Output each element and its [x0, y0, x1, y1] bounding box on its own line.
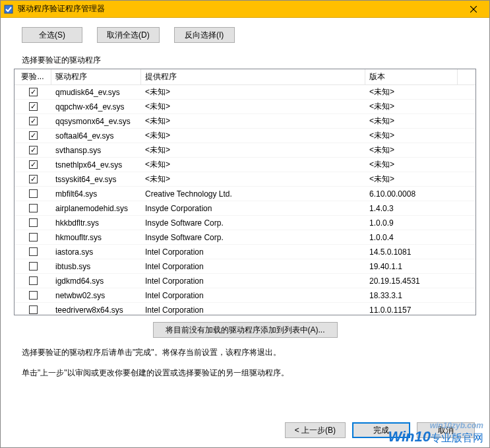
window-title: 驱动程序验证程序管理器 — [18, 3, 460, 15]
content-area: 全选(S) 取消全选(D) 反向选择(I) 选择要验证的驱动程序 要验... 驱… — [1, 18, 489, 447]
select-all-button[interactable]: 全选(S) — [22, 27, 82, 43]
selection-button-row: 全选(S) 取消全选(D) 反向选择(I) — [22, 27, 476, 43]
verify-checkbox[interactable] — [29, 276, 38, 285]
cell-verify — [15, 216, 51, 230]
cell-provider: Insyde Software Corp. — [141, 216, 365, 230]
table-row[interactable]: qqsysmonx64_ev.sys<未知><未知> — [15, 114, 475, 129]
hint-text-1: 选择要验证的驱动程序后请单击"完成"。将保存当前设置，该程序将退出。 — [22, 347, 476, 358]
cell-version: 18.33.3.1 — [365, 288, 458, 302]
verify-checkbox[interactable] — [29, 117, 38, 125]
finish-button[interactable]: 完成 — [352, 422, 410, 438]
verify-checkbox[interactable] — [29, 146, 38, 154]
verify-checkbox[interactable] — [29, 204, 38, 212]
cell-verify — [15, 245, 51, 259]
verify-checkbox[interactable] — [29, 233, 38, 241]
verify-checkbox[interactable] — [29, 262, 38, 271]
cell-provider: <未知> — [141, 129, 365, 143]
invert-selection-button[interactable]: 反向选择(I) — [174, 27, 235, 43]
cell-driver: softaal64_ev.sys — [51, 129, 141, 143]
list-header: 要验... 驱动程序 提供程序 版本 — [15, 69, 475, 85]
cell-provider: Intel Corporation — [141, 245, 365, 259]
cell-version: 1.0.0.9 — [365, 216, 458, 230]
cell-provider: Intel Corporation — [141, 274, 365, 288]
table-row[interactable]: mbfilt64.sysCreative Technology Ltd.6.10… — [15, 187, 475, 201]
verify-checkbox[interactable] — [29, 189, 38, 198]
table-row[interactable]: ibtusb.sysIntel Corporation19.40.1.1 — [15, 259, 475, 274]
verify-checkbox[interactable] — [29, 305, 38, 314]
cell-version: 1.0.0.4 — [365, 230, 458, 244]
table-row[interactable]: airplanemodehid.sysInsyde Corporation1.4… — [15, 201, 475, 216]
cell-provider: Insyde Software Corp. — [141, 230, 365, 244]
titlebar: 驱动程序验证程序管理器 — [1, 1, 489, 18]
cell-driver: hkmoufltr.sys — [51, 230, 141, 244]
table-row[interactable]: iastora.sysIntel Corporation14.5.0.1081 — [15, 245, 475, 259]
cell-version: <未知> — [365, 172, 458, 186]
cell-driver: netwbw02.sys — [51, 288, 141, 302]
verify-checkbox[interactable] — [29, 102, 38, 111]
header-provider[interactable]: 提供程序 — [141, 69, 365, 84]
verify-checkbox[interactable] — [29, 88, 38, 96]
list-body[interactable]: qmudisk64_ev.sys<未知><未知>qqpchw-x64_ev.sy… — [15, 85, 475, 315]
cell-verify — [15, 201, 51, 215]
verify-checkbox[interactable] — [29, 247, 38, 256]
deselect-all-button[interactable]: 取消全选(D) — [97, 27, 160, 43]
cell-verify — [15, 85, 51, 99]
header-version[interactable]: 版本 — [365, 69, 458, 84]
cell-version: <未知> — [365, 143, 458, 157]
table-row[interactable]: hkmoufltr.sysInsyde Software Corp.1.0.0.… — [15, 230, 475, 245]
close-icon — [470, 6, 477, 13]
verify-checkbox[interactable] — [29, 160, 38, 169]
cell-provider: <未知> — [141, 158, 365, 172]
hint-text-2: 单击"上一步"以审阅或更改你要创建的设置或选择要验证的另一组驱动程序。 — [22, 368, 476, 379]
verify-checkbox[interactable] — [29, 131, 38, 140]
cell-verify — [15, 143, 51, 157]
cell-provider: Intel Corporation — [141, 288, 365, 302]
table-row[interactable]: svthansp.sys<未知><未知> — [15, 143, 475, 158]
wizard-footer: < 上一步(B) 完成 取消 — [14, 422, 476, 438]
cell-version: <未知> — [365, 85, 458, 99]
cell-driver: airplanemodehid.sys — [51, 201, 141, 215]
table-row[interactable]: tsnethlpx64_ev.sys<未知><未知> — [15, 158, 475, 172]
cell-driver: qqpchw-x64_ev.sys — [51, 100, 141, 113]
cell-driver: svthansp.sys — [51, 143, 141, 157]
header-verify[interactable]: 要验... — [15, 69, 51, 84]
table-row[interactable]: qmudisk64_ev.sys<未知><未知> — [15, 85, 475, 100]
close-button[interactable] — [460, 1, 487, 18]
verify-checkbox[interactable] — [29, 175, 38, 183]
cell-provider: Creative Technology Ltd. — [141, 187, 365, 201]
cell-verify — [15, 158, 51, 172]
table-row[interactable]: netwbw02.sysIntel Corporation18.33.3.1 — [15, 288, 475, 303]
back-button[interactable]: < 上一步(B) — [285, 422, 346, 438]
header-driver[interactable]: 驱动程序 — [51, 69, 141, 84]
cell-verify — [15, 259, 51, 273]
cell-verify — [15, 230, 51, 244]
cell-provider: Intel Corporation — [141, 259, 365, 273]
cell-verify — [15, 114, 51, 128]
cell-verify — [15, 288, 51, 302]
table-row[interactable]: tssyskit64_ev.sys<未知><未知> — [15, 172, 475, 187]
cell-provider: <未知> — [141, 114, 365, 128]
cancel-button[interactable]: 取消 — [417, 422, 475, 438]
cell-version: <未知> — [365, 100, 458, 113]
table-row[interactable]: qqpchw-x64_ev.sys<未知><未知> — [15, 100, 475, 114]
cell-provider: <未知> — [141, 100, 365, 113]
table-row[interactable]: teedriverw8x64.sysIntel Corporation11.0.… — [15, 303, 475, 315]
cell-verify — [15, 187, 51, 201]
cell-version: 19.40.1.1 — [365, 259, 458, 273]
cell-version: <未知> — [365, 129, 458, 143]
cell-version: <未知> — [365, 158, 458, 172]
table-row[interactable]: hkkbdfltr.sysInsyde Software Corp.1.0.0.… — [15, 216, 475, 230]
cell-version: 11.0.0.1157 — [365, 303, 458, 315]
add-not-loaded-button[interactable]: 将目前没有加载的驱动程序添加到列表中(A)... — [153, 322, 338, 338]
table-row[interactable]: igdkmd64.sysIntel Corporation20.19.15.45… — [15, 274, 475, 288]
cell-verify — [15, 274, 51, 288]
table-row[interactable]: softaal64_ev.sys<未知><未知> — [15, 129, 475, 143]
cell-version: 1.4.0.3 — [365, 201, 458, 215]
cell-driver: mbfilt64.sys — [51, 187, 141, 201]
cell-provider: <未知> — [141, 172, 365, 186]
cell-driver: qqsysmonx64_ev.sys — [51, 114, 141, 128]
section-label: 选择要验证的驱动程序 — [22, 55, 476, 66]
verify-checkbox[interactable] — [29, 291, 38, 300]
window: 驱动程序验证程序管理器 全选(S) 取消全选(D) 反向选择(I) 选择要验证的… — [0, 0, 490, 448]
verify-checkbox[interactable] — [29, 218, 38, 227]
